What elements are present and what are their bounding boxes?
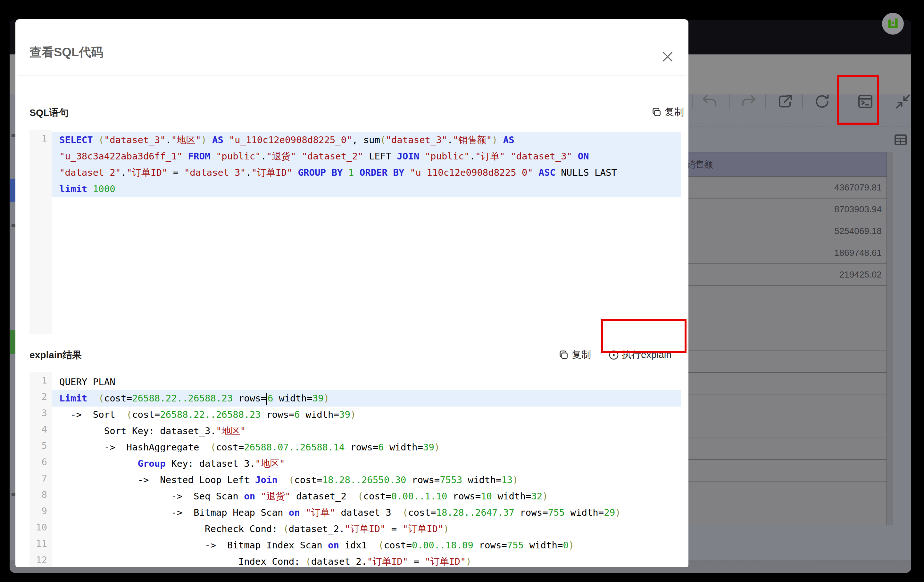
line-number: 12 [30, 552, 52, 567]
table-row[interactable]: 1869748.61 [675, 242, 887, 264]
line-number: 2 [30, 389, 52, 405]
table-header-cell: 销售额 [675, 152, 887, 177]
code-line[interactable]: Recheck Cond: (dataset_2."订单ID" = "订单ID"… [52, 521, 681, 537]
sql-copy-label: 复制 [665, 106, 684, 119]
code-line[interactable]: Sort Key: dataset_3."地区" [52, 423, 681, 439]
toolbar-separator [802, 94, 803, 109]
code-line[interactable]: "u_38c3a422aba3d6ff_1" FROM "public"."退货… [52, 148, 681, 164]
line-number: 5 [30, 437, 52, 454]
result-table: 销售额 4367079.818703903.945254069.18186974… [675, 152, 887, 525]
sql-copy-button[interactable]: 复制 [651, 106, 684, 119]
line-number: 1 [30, 372, 52, 389]
refresh-icon[interactable] [813, 92, 831, 110]
line-number: 6 [30, 454, 52, 470]
screenshot-stage: 销售额 4367079.818703903.945254069.18186974… [0, 0, 924, 582]
code-line[interactable]: -> Bitmap Index Scan on idx1 (cost=0.00.… [52, 537, 681, 554]
close-icon[interactable] [660, 49, 675, 64]
code-line[interactable]: Group Key: dataset_3."地区" [52, 455, 681, 472]
explain-code-area[interactable]: QUERY PLANLimit (cost=26588.22..26588.23… [52, 372, 681, 567]
toolbar-separator [729, 94, 730, 109]
code-line[interactable]: -> Seq Scan on "退货" dataset_2 (cost=0.00… [52, 488, 681, 505]
sidebar-fragment-blue [10, 179, 15, 202]
undo-icon[interactable] [701, 92, 719, 110]
toolbar-separator [766, 94, 766, 109]
sidebar-fragment-text1 [12, 134, 15, 137]
annotation-box-run-explain [601, 319, 686, 353]
table-row[interactable]: 4367079.81 [675, 177, 887, 199]
sidebar-fragment-text3 [12, 493, 15, 496]
table-row-empty[interactable] [675, 286, 887, 307]
sql-editor-gutter: 1 [30, 130, 52, 334]
table-row[interactable]: 219425.02 [675, 264, 887, 286]
sidebar-fragment-green [10, 330, 15, 354]
code-line[interactable]: SELECT ("dataset_3"."地区") AS "u_110c12e0… [52, 132, 681, 148]
sidebar-fragment-text2 [12, 224, 15, 227]
code-line[interactable]: limit 1000 [52, 181, 681, 197]
table-row-empty[interactable] [675, 416, 887, 438]
table-row-empty[interactable] [675, 351, 887, 373]
table-row-empty[interactable] [675, 482, 887, 503]
line-number: 4 [30, 421, 52, 437]
line-number [30, 146, 52, 163]
share-icon[interactable] [776, 92, 794, 110]
modal-title: 查看SQL代码 [30, 44, 103, 61]
collapse-icon[interactable] [894, 92, 911, 110]
code-line[interactable]: -> Nested Loop Left Join (cost=18.28..26… [52, 472, 681, 488]
table-row-empty[interactable] [675, 373, 887, 395]
table-row-empty[interactable] [675, 329, 887, 351]
code-line[interactable]: -> HashAggregate (cost=26588.07..26588.1… [52, 439, 681, 455]
explain-copy-button[interactable]: 复制 [558, 348, 591, 362]
table-row-empty[interactable] [675, 307, 887, 329]
copy-icon [558, 350, 569, 360]
explain-copy-label: 复制 [572, 348, 591, 362]
sql-section-label: SQL语句 [30, 106, 69, 119]
line-number [30, 179, 52, 196]
code-line[interactable]: Limit (cost=26588.22..26588.23 rows=6 wi… [52, 390, 681, 406]
toolbar-separator [692, 94, 693, 109]
avatar[interactable] [882, 13, 904, 35]
table-row-empty[interactable] [675, 460, 887, 482]
code-line[interactable]: Index Cond: (dataset_2."订单ID" = "订单ID") [52, 554, 681, 567]
explain-section-label: explain结果 [30, 349, 82, 362]
view-sql-modal: 查看SQL代码 SQL语句 复制 1 SELECT ("dataset_3"."… [15, 19, 688, 567]
table-scrollbar[interactable] [887, 152, 893, 525]
line-number: 10 [30, 519, 52, 536]
title-divider [18, 75, 686, 76]
explain-result-editor[interactable]: 123456789101112 QUERY PLANLimit (cost=26… [30, 372, 681, 567]
code-line[interactable]: "dataset_2"."订单ID" = "dataset_3"."订单ID" … [52, 164, 681, 181]
text-cursor [266, 393, 267, 404]
line-number: 9 [30, 503, 52, 519]
annotation-box-terminal [837, 75, 879, 125]
table-row-empty[interactable] [675, 503, 887, 525]
table-view-icon[interactable] [893, 132, 908, 148]
sql-code-area[interactable]: SELECT ("dataset_3"."地区") AS "u_110c12e0… [52, 130, 681, 334]
line-number: 11 [30, 536, 52, 552]
table-row-empty[interactable] [675, 395, 887, 416]
code-line[interactable]: -> Bitmap Heap Scan on "订单" dataset_3 (c… [52, 505, 681, 521]
code-line[interactable]: QUERY PLAN [52, 374, 681, 390]
explain-editor-gutter: 123456789101112 [30, 372, 52, 567]
line-number: 1 [30, 130, 52, 146]
line-number: 7 [30, 470, 52, 487]
sql-code-editor[interactable]: 1 SELECT ("dataset_3"."地区") AS "u_110c12… [30, 130, 681, 334]
table-row-empty[interactable] [675, 438, 887, 460]
table-row[interactable]: 5254069.18 [675, 220, 887, 242]
redo-icon[interactable] [739, 92, 757, 110]
hengshi-logo [886, 16, 900, 31]
line-number: 3 [30, 405, 52, 421]
code-line[interactable]: -> Sort (cost=26588.22..26588.23 rows=6 … [52, 406, 681, 423]
line-number [30, 163, 52, 179]
copy-icon [651, 107, 662, 118]
line-number: 8 [30, 487, 52, 503]
table-row[interactable]: 8703903.94 [675, 199, 887, 220]
